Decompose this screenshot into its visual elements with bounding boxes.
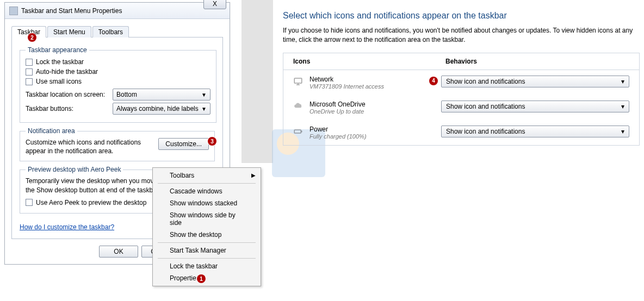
step-badge-1: 1 [197,274,206,283]
step-badge-4: 4 [429,77,438,85]
legend-peek: Preview desktop with Aero Peek [26,166,123,173]
icon-subtext: OneDrive Up to date [309,108,435,115]
checkbox-label: Auto-hide the taskbar [36,68,98,76]
text-notification: Customize which icons and notifications … [26,138,154,155]
icon-behavior-table: Icons Behaviors Network VM7371809 Intern… [283,53,640,146]
behavior-dropdown[interactable]: Show icon and notifications ▾ [441,101,629,112]
dropdown-value: Bottom [116,91,137,98]
page-title: Select which icons and notifications app… [283,11,640,21]
power-icon [293,127,303,136]
icon-name: Microsoft OneDrive [309,101,435,108]
checkbox-label: Lock the taskbar [36,58,84,66]
tab-toolbars[interactable]: Toolbars [92,26,129,37]
chevron-down-icon: ▼ [201,106,207,112]
icon-name: Network [309,76,435,83]
icon-subtext: VM7371809 Internet access [309,83,435,90]
menu-item-sidebyside[interactable]: Show windows side by side [154,209,259,229]
legend-appearance: Taskbar appearance [26,46,89,54]
table-row: Microsoft OneDrive OneDrive Up to date S… [283,95,639,120]
dropdown-value: Show icon and notifications [446,78,525,85]
label-taskbar-buttons: Taskbar buttons: [26,105,107,112]
menu-item-properties[interactable]: Properties 1 [154,272,259,284]
menu-separator [158,242,256,243]
dropdown-value: Show icon and notifications [446,128,525,135]
group-notification-area: Notification area Customize which icons … [20,127,215,161]
step-badge-2: 2 [28,33,36,42]
label-location: Taskbar location on screen: [26,91,107,98]
svg-rect-0 [294,78,302,83]
submenu-arrow-icon: ▶ [251,172,256,178]
checkbox-autohide[interactable]: Auto-hide the taskbar [26,67,210,77]
dropdown-taskbar-buttons[interactable]: Always combine, hide labels ▼ [113,103,210,115]
dialog-tabs: Taskbar Start Menu Toolbars 2 [11,26,223,37]
behavior-dropdown[interactable]: Show icon and notifications ▾ [441,126,629,137]
dropdown-value: Show icon and notifications [446,103,525,110]
network-icon [293,77,303,86]
svg-rect-1 [294,130,301,133]
dialog-title: Taskbar and Start Menu Properties [21,7,122,15]
checkbox-lock-taskbar[interactable]: Lock the taskbar [26,57,210,67]
checkbox-icon [26,199,33,206]
ok-button[interactable]: OK [99,246,138,258]
onedrive-icon [293,102,303,111]
column-header-icons: Icons [293,58,445,65]
menu-item-cascade[interactable]: Cascade windows [154,185,259,197]
dropdown-location[interactable]: Bottom ▼ [113,89,210,101]
menu-label: Toolbars [170,172,194,179]
menu-item-stacked[interactable]: Show windows stacked [154,197,259,209]
page-description: If you choose to hide icons and notifica… [283,26,640,45]
menu-separator [158,258,256,259]
table-row: Power Fully charged (100%) Show icon and… [283,120,639,145]
menu-label: Properties [170,274,200,282]
tab-startmenu[interactable]: Start Menu [47,26,91,37]
close-button[interactable]: X [203,0,226,9]
menu-item-task-manager[interactable]: Start Task Manager [154,244,259,256]
checkbox-small-icons[interactable]: Use small icons [26,77,210,86]
dropdown-value: Always combine, hide labels [116,105,199,112]
customize-button[interactable]: Customize... [158,138,209,150]
background-shade [242,0,273,163]
icon-name: Power [309,126,435,133]
chevron-down-icon: ▾ [621,103,624,110]
table-row: Network VM7371809 Internet access Show i… [283,70,639,95]
notification-area-page: Select which icons and notifications app… [283,11,640,146]
checkbox-icon [26,59,33,66]
chevron-down-icon: ▼ [201,92,207,98]
step-badge-3: 3 [208,137,216,146]
menu-separator [158,183,256,184]
checkbox-label: Use Aero Peek to preview the desktop [36,199,146,206]
legend-notification: Notification area [26,127,77,135]
taskbar-context-menu: Toolbars ▶ Cascade windows Show windows … [152,167,261,286]
checkbox-icon [26,68,33,76]
checkbox-label: Use small icons [36,78,82,85]
checkbox-icon [26,78,33,85]
chevron-down-icon: ▾ [621,128,624,135]
chevron-down-icon: ▾ [621,78,624,85]
behavior-dropdown[interactable]: Show icon and notifications ▾ [441,76,629,87]
menu-item-show-desktop[interactable]: Show the desktop [154,229,259,241]
dialog-icon [9,7,18,15]
menu-item-toolbars[interactable]: Toolbars ▶ [154,170,259,181]
icon-subtext: Fully charged (100%) [309,133,435,140]
dialog-titlebar[interactable]: Taskbar and Start Menu Properties X [5,3,230,19]
column-header-behaviors: Behaviors [445,58,629,65]
menu-item-lock-taskbar[interactable]: Lock the taskbar [154,260,259,272]
group-taskbar-appearance: Taskbar appearance Lock the taskbar Auto… [20,46,216,123]
help-link[interactable]: How do I customize the taskbar? [20,223,114,231]
